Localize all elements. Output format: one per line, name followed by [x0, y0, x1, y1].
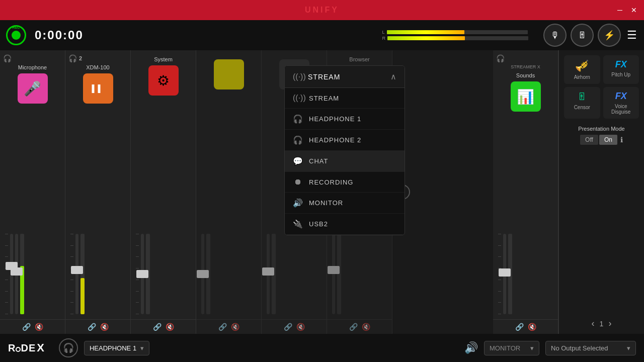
dropdown-item-monitor[interactable]: 🔊 MONITOR: [285, 193, 405, 214]
channel-browser-name: Browser: [349, 56, 369, 62]
stream-icon: ((·)): [293, 94, 303, 103]
dropdown-item-headphone2[interactable]: 🎧 HEADPHONE 2: [285, 130, 405, 151]
channel-5-fader-knob[interactable]: [262, 267, 274, 276]
channel-4-link-btn[interactable]: 🔗: [218, 323, 227, 331]
headphone-icon-1: 🎧: [3, 54, 12, 62]
monitor-label: MONITOR: [309, 199, 343, 207]
dropdown-item-recording[interactable]: ⏺ RECORDING: [285, 172, 405, 193]
channel-2-name: XDM-100: [86, 64, 109, 70]
channel-1-fader2-knob[interactable]: [11, 267, 23, 276]
channel-xdm100: 🎧 2 XDM-100 ▌▌ 🔗 🔇: [65, 50, 131, 334]
pm-info-icon[interactable]: ℹ: [620, 136, 623, 144]
monitor-select[interactable]: MONITOR ▾: [484, 341, 539, 355]
pm-on-button[interactable]: On: [599, 135, 617, 145]
level-fill-l: [387, 30, 464, 34]
page-number: 1: [600, 320, 604, 328]
channel-4-fader-knob[interactable]: [197, 270, 209, 278]
channel-browser-footer: 🔗 🔇: [327, 319, 392, 334]
dropdown-item-chat[interactable]: 💬 CHAT: [285, 151, 405, 172]
channel-3-fader-area: [131, 100, 196, 319]
channel-2-header: 🎧 2: [65, 54, 130, 62]
headphone1-label: HEADPHONE 1: [309, 115, 361, 123]
output-select[interactable]: No Output Selected ▾: [545, 341, 636, 355]
dropdown-item-usb2[interactable]: 🔌 USB2: [285, 214, 405, 235]
close-button[interactable]: ✕: [629, 5, 639, 15]
mic-settings-button[interactable]: 🎙: [543, 24, 567, 47]
fx-grid: 🎺 Airhorn FX Pitch Up 🎚 Censor FX Voice …: [564, 55, 639, 119]
minimize-button[interactable]: ─: [615, 5, 625, 15]
dropdown-chevron-icon[interactable]: ∧: [390, 72, 396, 81]
page-prev-button[interactable]: ‹: [592, 318, 595, 329]
channel-browser-mute-btn[interactable]: 🔇: [362, 323, 370, 331]
level-meter: L R: [382, 30, 529, 41]
channel-2-fader-knob[interactable]: [71, 266, 83, 274]
channel-1-mute-btn[interactable]: 🔇: [35, 323, 43, 331]
chat-label: CHAT: [309, 157, 328, 165]
channel-5-fader[interactable]: [267, 234, 270, 314]
headphone-select-arrow: ▾: [140, 344, 144, 352]
title-bar: UNIFY ─ ✕: [0, 0, 644, 20]
channel-3-button[interactable]: ⚙: [148, 65, 179, 96]
channel-5-link-btn[interactable]: 🔗: [284, 323, 292, 331]
channel-sounds-mute-btn[interactable]: 🔇: [528, 323, 536, 331]
channel-2-link-btn[interactable]: 🔗: [88, 323, 96, 331]
top-icons: 🎙 🎚 ⚡ ☰: [543, 24, 639, 47]
channel-browser-link-btn[interactable]: 🔗: [349, 323, 358, 331]
dropdown-item-stream[interactable]: ((·)) STREAM: [285, 88, 405, 109]
main-area: 🎧 Microphone 🎤 🔗 🔇: [0, 50, 644, 334]
airhorn-label: Airhorn: [574, 74, 590, 80]
headphone-monitor-button[interactable]: 🎧: [59, 338, 78, 357]
channel-5-footer: 🔗 🔇: [262, 319, 327, 334]
channel-microphone: 🎧 Microphone 🎤 🔗 🔇: [0, 50, 65, 334]
channel-3-fader-knob[interactable]: [136, 270, 148, 278]
monitor-speaker-icon: 🔊: [464, 341, 478, 354]
mix-settings-button[interactable]: ⚡: [598, 24, 621, 47]
channel-2-fader-area: [65, 108, 130, 319]
x-text: X: [37, 341, 45, 354]
channel-browser-fader-knob[interactable]: [328, 266, 340, 274]
rec-button[interactable]: REC: [5, 24, 27, 46]
level-label-l: L: [382, 30, 385, 35]
channel-sounds-header: 🎧: [493, 54, 558, 62]
channel-2-button[interactable]: ▌▌: [83, 73, 113, 104]
menu-button[interactable]: ☰: [625, 27, 639, 44]
airhorn-button[interactable]: 🎺 Airhorn: [564, 55, 600, 84]
page-nav: ‹ 1 ›: [564, 318, 639, 329]
channel-browser-fader[interactable]: [332, 234, 335, 314]
channel-sounds-button[interactable]: 📊: [511, 81, 541, 112]
channel-sounds-fader-knob[interactable]: [499, 268, 511, 277]
channel-1-button[interactable]: 🎤: [18, 73, 48, 104]
pitchup-button[interactable]: FX Pitch Up: [603, 55, 639, 84]
channel-5-mute-btn[interactable]: 🔇: [296, 323, 305, 331]
voicedisguise-button[interactable]: FX Voice Disguise: [603, 87, 639, 119]
channel-4-fader[interactable]: [201, 234, 204, 314]
channel-sounds-footer: 🔗 🔇: [493, 319, 558, 334]
channel-1-link-btn[interactable]: 🔗: [22, 323, 31, 331]
channel-3-fader[interactable]: [141, 234, 144, 314]
channel-sounds-link-btn[interactable]: 🔗: [515, 323, 524, 331]
dropdown-header[interactable]: ((·)) STREAM ∧: [285, 66, 405, 88]
dropdown-item-headphone1[interactable]: 🎧 HEADPHONE 1: [285, 109, 405, 130]
bottom-bar: RDEX 🎧 HEADPHONE 1 ▾ 🔊 MONITOR ▾ No Outp…: [0, 334, 644, 362]
channel-2-mute-btn[interactable]: 🔇: [100, 323, 109, 331]
level-label-r: R: [382, 36, 386, 41]
channel-sounds: 🎧 STREAMER X Sounds 📊 🔗 🔇: [493, 50, 558, 334]
channel-2-fader[interactable]: [75, 234, 78, 314]
channel-3-mute-btn[interactable]: 🔇: [166, 323, 174, 331]
pm-off-button[interactable]: Off: [580, 135, 598, 145]
channel-4-button[interactable]: [214, 59, 244, 89]
channel-3-footer: 🔗 🔇: [131, 319, 196, 334]
channel-4-mute-btn[interactable]: 🔇: [231, 323, 239, 331]
eq-settings-button[interactable]: 🎚: [571, 24, 594, 47]
channel-2-ticks: [70, 234, 73, 314]
channel-3-link-btn[interactable]: 🔗: [153, 323, 162, 331]
page-next-button[interactable]: ›: [608, 318, 611, 329]
channel-sounds-name: Sounds: [516, 72, 535, 78]
censor-icon: 🎚: [577, 91, 587, 103]
channel-2-num: 2: [79, 55, 82, 61]
headphone-select-label: HEADPHONE 1: [90, 344, 136, 352]
channel-sounds-fader[interactable]: [503, 234, 506, 314]
headphone-select[interactable]: HEADPHONE 1 ▾: [84, 341, 149, 355]
censor-button[interactable]: 🎚 Censor: [564, 87, 600, 119]
channel-1-fader2[interactable]: [15, 234, 18, 314]
